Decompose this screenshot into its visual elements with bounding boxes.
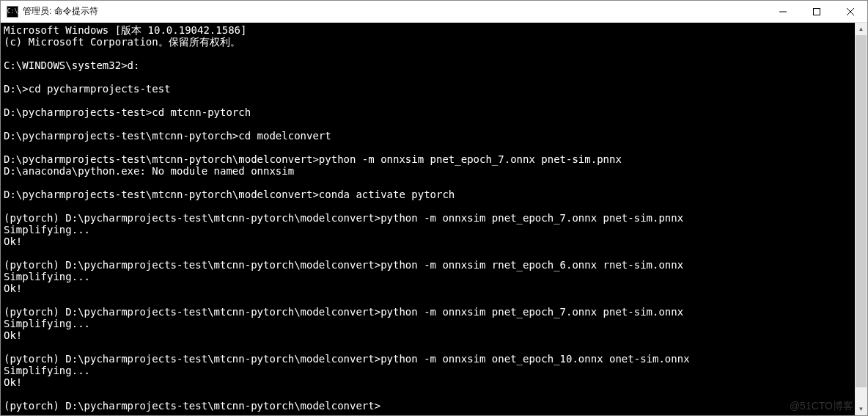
window-controls (766, 1, 867, 22)
cmd-icon-text: C:\ (7, 9, 18, 15)
scroll-up-arrow[interactable]: ▲ (855, 23, 867, 35)
window-title: 管理员: 命令提示符 (23, 5, 766, 18)
minimize-button[interactable] (766, 1, 800, 22)
maximize-button[interactable] (800, 1, 834, 22)
close-button[interactable] (834, 1, 867, 22)
cmd-icon: C:\ (7, 6, 18, 18)
terminal-container: Microsoft Windows [版本 10.0.19042.1586] (… (1, 23, 867, 415)
watermark: @51CTO博客 (790, 400, 853, 413)
scrollbar[interactable]: ▲ ▼ (855, 23, 867, 415)
svg-rect-1 (814, 8, 820, 15)
titlebar[interactable]: C:\ 管理员: 命令提示符 (1, 1, 867, 23)
maximize-icon (813, 8, 820, 15)
window-frame: C:\ 管理员: 命令提示符 Microsoft Windows [版本 10.… (0, 0, 868, 416)
scroll-down-arrow[interactable]: ▼ (855, 403, 867, 415)
terminal-output[interactable]: Microsoft Windows [版本 10.0.19042.1586] (… (1, 23, 855, 415)
close-icon (847, 8, 854, 15)
minimize-icon (779, 8, 787, 15)
scrollbar-thumb[interactable] (856, 35, 867, 387)
